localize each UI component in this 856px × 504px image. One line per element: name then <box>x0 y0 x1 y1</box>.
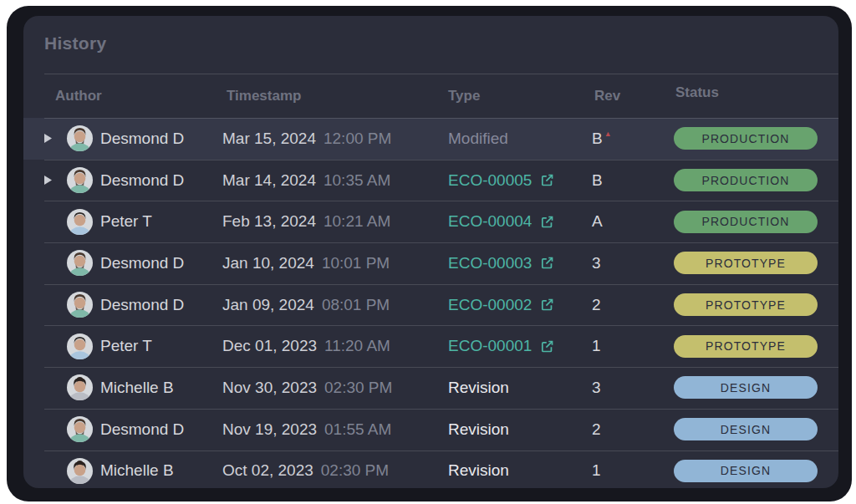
external-link-icon[interactable] <box>540 173 554 187</box>
eco-link[interactable]: ECO-00002 <box>448 296 592 314</box>
status-badge: DESIGN <box>674 460 818 482</box>
history-screenshot: History Author Timestamp Type Rev Status <box>0 0 856 504</box>
table-row[interactable]: Desmond D Jan 09, 202408:01 PM ECO-00002… <box>23 284 838 326</box>
author-name: Desmond D <box>100 296 222 314</box>
avatar <box>67 416 93 442</box>
timestamp-time: 11:20 AM <box>324 337 390 355</box>
timestamp-time: 02:30 PM <box>321 461 389 480</box>
external-link-icon[interactable] <box>540 256 554 270</box>
timestamp-date: Mar 15, 2024 <box>222 130 316 148</box>
timestamp-time: 10:01 PM <box>322 254 390 272</box>
author-name: Desmond D <box>100 130 222 148</box>
table-row[interactable]: Peter T Dec 01, 202311:20 AM ECO-00001 1… <box>23 325 838 367</box>
status-badge: PRODUCTION <box>674 127 818 150</box>
author-name: Desmond D <box>100 420 222 439</box>
column-header-status: Status <box>675 84 838 101</box>
type-revision: Revision <box>448 461 592 480</box>
rev-value: B▲ <box>592 130 674 148</box>
history-panel: History Author Timestamp Type Rev Status <box>23 16 838 488</box>
avatar <box>67 125 93 151</box>
type-modified: Modified <box>448 130 592 148</box>
avatar <box>67 292 93 318</box>
avatar <box>67 250 93 276</box>
status-badge: PRODUCTION <box>674 169 818 191</box>
author-name: Desmond D <box>100 254 222 272</box>
type-revision: Revision <box>448 379 592 397</box>
table-header: Author Timestamp Type Rev Status <box>23 74 838 118</box>
table-row[interactable]: Desmond D Mar 14, 202410:35 AM ECO-00005… <box>23 160 838 201</box>
timestamp-date: Mar 14, 2024 <box>222 171 316 190</box>
timestamp-time: 10:35 AM <box>324 171 390 190</box>
timestamp-time: 02:30 PM <box>324 379 392 397</box>
timestamp-date: Nov 30, 2023 <box>222 379 317 397</box>
timestamp-time: 12:00 PM <box>324 130 391 148</box>
eco-link[interactable]: ECO-00001 <box>448 337 592 355</box>
timestamp-date: Oct 02, 2023 <box>222 461 313 480</box>
table-row[interactable]: Desmond D Nov 19, 202301:55 AM Revision … <box>23 409 838 451</box>
eco-link[interactable]: ECO-00004 <box>448 212 592 231</box>
column-header-type: Type <box>448 88 594 104</box>
type-revision: Revision <box>448 420 592 439</box>
status-badge: DESIGN <box>674 376 818 399</box>
timestamp-time: 01:55 AM <box>324 420 391 439</box>
rev-value: 1 <box>592 461 674 480</box>
table-row[interactable]: Desmond D Mar 15, 202412:00 PM Modified … <box>23 118 838 160</box>
rev-value: 2 <box>592 420 674 439</box>
table-row[interactable]: Michelle B Oct 02, 202302:30 PM Revision… <box>23 451 838 489</box>
status-badge: PROTOTYPE <box>674 335 818 358</box>
table-row[interactable]: Michelle B Nov 30, 202302:30 PM Revision… <box>23 367 838 409</box>
rev-value: A <box>592 212 674 231</box>
avatar <box>67 209 93 235</box>
avatar <box>67 333 93 359</box>
timestamp-date: Nov 19, 2023 <box>222 420 317 439</box>
eco-link[interactable]: ECO-00003 <box>448 254 592 272</box>
avatar <box>67 167 93 193</box>
timestamp-date: Jan 10, 2024 <box>222 254 314 272</box>
avatar <box>67 458 93 484</box>
author-name: Peter T <box>100 337 222 355</box>
history-rows: Desmond D Mar 15, 202412:00 PM Modified … <box>23 118 838 488</box>
timestamp-date: Feb 13, 2024 <box>222 212 316 231</box>
rev-value: 1 <box>592 337 674 355</box>
page-title: History <box>44 29 838 61</box>
avatar <box>67 374 93 400</box>
author-name: Peter T <box>100 212 222 231</box>
timestamp-date: Jan 09, 2024 <box>222 296 314 314</box>
unsaved-change-flag-icon: ▲ <box>604 130 612 138</box>
table-row[interactable]: Peter T Feb 13, 202410:21 AM ECO-00004 A… <box>23 201 838 242</box>
external-link-icon[interactable] <box>540 339 554 354</box>
rev-value: 3 <box>592 379 674 397</box>
status-badge: PROTOTYPE <box>674 293 818 316</box>
eco-link[interactable]: ECO-00005 <box>448 171 592 190</box>
column-header-timestamp: Timestamp <box>227 88 448 104</box>
window-frame: History Author Timestamp Type Rev Status <box>7 6 852 501</box>
rev-value: B <box>592 171 674 190</box>
timestamp-time: 08:01 PM <box>322 296 390 314</box>
external-link-icon[interactable] <box>540 298 554 312</box>
external-link-icon[interactable] <box>540 215 554 229</box>
expand-caret-icon[interactable] <box>44 134 67 143</box>
column-header-author: Author <box>55 88 227 104</box>
rev-value: 2 <box>592 296 674 314</box>
timestamp-date: Dec 01, 2023 <box>222 337 317 355</box>
status-badge: PRODUCTION <box>674 211 818 233</box>
status-badge: PROTOTYPE <box>674 252 818 274</box>
rev-value: 3 <box>592 254 674 272</box>
column-header-rev: Rev <box>594 88 675 104</box>
author-name: Desmond D <box>100 171 222 190</box>
expand-caret-icon[interactable] <box>44 176 67 185</box>
table-row[interactable]: Desmond D Jan 10, 202410:01 PM ECO-00003… <box>23 242 838 284</box>
status-badge: DESIGN <box>674 418 818 440</box>
timestamp-time: 10:21 AM <box>324 212 390 231</box>
author-name: Michelle B <box>100 379 222 397</box>
author-name: Michelle B <box>100 461 222 480</box>
